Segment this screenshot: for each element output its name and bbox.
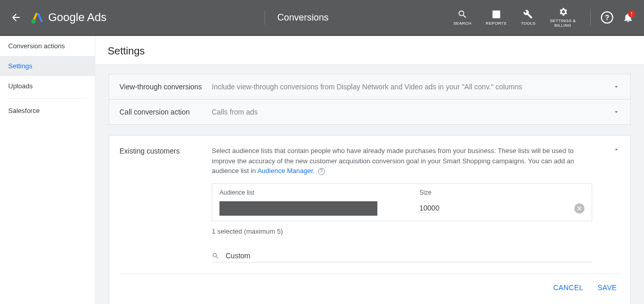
remove-audience-button[interactable] xyxy=(574,203,585,214)
logo-text: Google Ads xyxy=(48,11,107,24)
header-tools: SEARCH REPORTS TOOLS SETTINGS & BILLING xyxy=(453,7,591,28)
audience-list-row: 10000 xyxy=(212,200,592,221)
selected-count: 1 selected (maximum 5) xyxy=(212,226,592,237)
setting-label: Call conversion action xyxy=(119,108,212,116)
tool-label: TOOLS xyxy=(521,22,535,26)
chevron-up-icon[interactable] xyxy=(613,146,620,262)
setting-body: Select audience lists that contain peopl… xyxy=(212,146,613,262)
svg-point-0 xyxy=(31,19,36,24)
setting-label: Existing customers xyxy=(119,146,212,262)
footer-actions: CANCEL SAVE xyxy=(119,274,620,295)
tool-search[interactable]: SEARCH xyxy=(453,9,471,26)
redacted-audience-name xyxy=(219,201,377,216)
audience-manager-link[interactable]: Audience Manager xyxy=(257,167,313,175)
col-size: Size xyxy=(419,188,585,197)
tool-reports[interactable]: REPORTS xyxy=(486,9,507,26)
setting-view-through-conversions[interactable]: View-through conversions Include view-th… xyxy=(109,74,631,100)
sidebar-item-salesforce[interactable]: Salesforce xyxy=(0,101,95,121)
tool-tools[interactable]: TOOLS xyxy=(521,9,535,26)
bell-badge: ! xyxy=(628,10,635,17)
header-separator xyxy=(265,10,265,25)
wrench-icon xyxy=(523,9,533,20)
header-separator xyxy=(590,9,591,26)
layout: Conversion actions Settings Uploads Sale… xyxy=(0,36,644,304)
page-title: Settings xyxy=(95,36,644,65)
help-char: ? xyxy=(605,13,610,22)
col-audience-list: Audience list xyxy=(219,188,419,197)
sidebar-item-conversion-actions[interactable]: Conversion actions xyxy=(0,36,95,56)
setting-desc-text: . xyxy=(313,167,316,175)
page-header-title: Conversions xyxy=(277,12,453,23)
setting-existing-customers: Existing customers Select audience lists… xyxy=(109,135,631,304)
audience-size-cell: 10000 xyxy=(419,203,574,214)
audience-search-input[interactable] xyxy=(226,252,592,260)
audience-list-header: Audience list Size xyxy=(212,184,592,200)
help-icon[interactable]: ? xyxy=(601,11,613,24)
cancel-button[interactable]: CANCEL xyxy=(553,283,583,292)
sidebar-item-uploads[interactable]: Uploads xyxy=(0,76,95,96)
main-content: Settings View-through conversions Includ… xyxy=(95,36,644,304)
audience-search-row xyxy=(212,252,592,262)
audience-size-value: 10000 xyxy=(419,204,439,213)
tool-settings-billing[interactable]: SETTINGS & BILLING xyxy=(550,7,576,28)
audience-list-box: Audience list Size 10000 xyxy=(212,183,592,221)
header-right: ? ! xyxy=(601,11,634,24)
search-icon xyxy=(212,252,219,260)
notifications-bell[interactable]: ! xyxy=(622,12,634,23)
gear-icon xyxy=(558,7,568,17)
setting-desc: Include view-through conversions from Di… xyxy=(212,83,613,91)
sidebar-divider xyxy=(8,98,87,99)
sidebar: Conversion actions Settings Uploads Sale… xyxy=(0,36,95,304)
tool-label: SEARCH xyxy=(453,22,471,26)
google-ads-logo[interactable]: Google Ads xyxy=(31,11,107,24)
google-ads-logo-icon xyxy=(31,11,44,24)
audience-name-cell xyxy=(219,201,419,216)
chevron-down-icon xyxy=(613,83,620,90)
tool-label: REPORTS xyxy=(486,22,507,26)
app-header: Google Ads Conversions SEARCH REPORTS TO… xyxy=(0,0,644,36)
reports-icon xyxy=(491,9,501,20)
setting-call-conversion-action[interactable]: Call conversion action Calls from ads xyxy=(109,100,631,125)
setting-label: View-through conversions xyxy=(119,83,212,91)
content-area: View-through conversions Include view-th… xyxy=(95,65,644,304)
search-icon xyxy=(457,9,468,20)
save-button[interactable]: SAVE xyxy=(597,283,617,292)
chevron-down-icon xyxy=(613,108,620,116)
tool-label: SETTINGS & BILLING xyxy=(550,19,576,28)
sidebar-item-settings[interactable]: Settings xyxy=(0,56,95,76)
help-tooltip-icon[interactable]: ? xyxy=(318,168,325,175)
back-arrow-icon[interactable] xyxy=(10,12,22,23)
setting-desc: Calls from ads xyxy=(212,108,613,116)
